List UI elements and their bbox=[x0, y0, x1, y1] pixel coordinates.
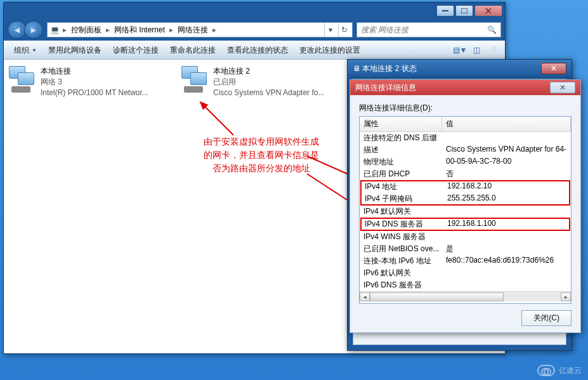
breadcrumb-2[interactable]: 网络和 Internet bbox=[113, 25, 166, 36]
property-value: 255.255.255.0 bbox=[443, 193, 570, 205]
scroll-right[interactable]: ▸ bbox=[561, 292, 571, 301]
help-icon[interactable]: ❔ bbox=[486, 43, 500, 57]
watermark-text: 亿速云 bbox=[559, 365, 582, 376]
status-dialog-title-bar[interactable]: 🖥 本地连接 2 状态 ✕ bbox=[348, 60, 572, 77]
connection-item-2[interactable]: 本地连接 2 已启用 Cisco Systems VPN Adapter fo.… bbox=[181, 66, 339, 98]
property-value: 00-05-9A-3C-78-00 bbox=[442, 156, 571, 168]
breadcrumb-1[interactable]: 控制面板 bbox=[70, 25, 103, 36]
breadcrumb-separator: ▸ bbox=[62, 25, 67, 34]
detail-dialog-title: 网络连接详细信息 bbox=[355, 82, 416, 93]
property-value bbox=[442, 279, 571, 291]
column-property[interactable]: 属性 bbox=[360, 117, 442, 131]
address-bar[interactable]: 💻 ▸ 控制面板 ▸ 网络和 Internet ▸ 网络连接 ▸ ▾ ↻ bbox=[47, 22, 353, 37]
organize-menu[interactable]: 组织▼ bbox=[9, 43, 42, 58]
property-value: 否 bbox=[442, 168, 571, 180]
property-row[interactable]: 已启用 NetBIOS ove...是 bbox=[360, 243, 571, 255]
nav-group: ◄ ► bbox=[8, 21, 43, 39]
property-row[interactable]: 连接特定的 DNS 后缀 bbox=[360, 132, 571, 144]
property-value: 192.168.1.100 bbox=[443, 218, 570, 230]
breadcrumb-3[interactable]: 网络连接 bbox=[176, 25, 209, 36]
property-name: IPv4 地址 bbox=[361, 181, 443, 193]
view-icon[interactable]: ▤▼ bbox=[453, 43, 467, 57]
address-row: ◄ ► 💻 ▸ 控制面板 ▸ 网络和 Internet ▸ 网络连接 ▸ ▾ ↻… bbox=[4, 19, 505, 41]
scroll-left[interactable]: ◂ bbox=[360, 292, 370, 301]
status-dialog-title: 本地连接 2 状态 bbox=[362, 63, 416, 74]
refresh-button[interactable]: ↻ bbox=[338, 23, 350, 37]
change-settings-button[interactable]: 更改此连接的设置 bbox=[294, 43, 365, 58]
connection-name: 本地连接 2 bbox=[213, 66, 324, 77]
diagnose-button[interactable]: 诊断这个连接 bbox=[108, 43, 164, 58]
property-row[interactable]: IPv4 默认网关 bbox=[360, 206, 571, 218]
horizontal-scrollbar[interactable]: ◂ ▸ bbox=[360, 291, 571, 301]
property-name: 已启用 DHCP bbox=[360, 168, 442, 180]
rename-button[interactable]: 重命名此连接 bbox=[165, 43, 221, 58]
property-value bbox=[442, 206, 571, 218]
detail-dialog-title-bar[interactable]: 网络连接详细信息 ✕ bbox=[350, 80, 580, 95]
connection-status: 已启用 bbox=[213, 77, 324, 88]
property-value: 是 bbox=[442, 243, 571, 255]
column-value[interactable]: 值 bbox=[442, 117, 571, 131]
view-status-button[interactable]: 查看此连接的状态 bbox=[222, 43, 293, 58]
property-row[interactable]: IPv4 DNS 服务器192.168.1.100 bbox=[361, 218, 570, 230]
svg-rect-1 bbox=[461, 8, 467, 13]
connection-item-1[interactable]: 本地连接 网络 3 Intel(R) PRO/1000 MT Networ... bbox=[9, 66, 166, 98]
property-name: 物理地址 bbox=[360, 156, 442, 168]
property-name: IPv4 WINS 服务器 bbox=[360, 231, 442, 243]
property-name: 连接-本地 IPv6 地址 bbox=[360, 255, 442, 267]
detail-dialog-body: 网络连接详细信息(D): 属性 值 连接特定的 DNS 后缀描述Cisco Sy… bbox=[350, 95, 580, 332]
property-name: IPv4 DNS 服务器 bbox=[361, 218, 443, 230]
property-row[interactable]: 描述Cisco Systems VPN Adapter for 64- bbox=[360, 144, 571, 156]
property-row[interactable]: IPv4 子网掩码255.255.255.0 bbox=[361, 193, 570, 205]
property-name: IPv4 默认网关 bbox=[360, 206, 442, 218]
search-icon: 🔍 bbox=[487, 25, 497, 34]
watermark-icon bbox=[537, 365, 555, 376]
connection-device: Cisco Systems VPN Adapter fo... bbox=[213, 88, 324, 98]
property-header: 属性 值 bbox=[360, 117, 571, 132]
close-button[interactable] bbox=[474, 5, 502, 16]
adapter-icon bbox=[181, 66, 207, 91]
property-value bbox=[442, 231, 571, 243]
connection-device: Intel(R) PRO/1000 MT Networ... bbox=[41, 88, 148, 98]
property-row[interactable]: IPv4 地址192.168.2.10 bbox=[361, 181, 570, 193]
close-button-detail[interactable]: 关闭(C) bbox=[521, 310, 572, 326]
address-dropdown[interactable]: ▾ bbox=[324, 23, 336, 37]
forward-button[interactable]: ► bbox=[24, 21, 43, 39]
minimize-button[interactable] bbox=[436, 5, 454, 16]
detail-dialog-close[interactable]: ✕ bbox=[550, 82, 575, 93]
toolbar: 组织▼ 禁用此网络设备 诊断这个连接 重命名此连接 查看此连接的状态 更改此连接… bbox=[4, 41, 505, 60]
property-row[interactable]: 已启用 DHCP否 bbox=[360, 168, 571, 180]
search-placeholder: 搜索 网络连接 bbox=[361, 25, 408, 36]
title-bar bbox=[4, 3, 505, 19]
search-box[interactable]: 搜索 网络连接 🔍 bbox=[356, 22, 501, 37]
adapter-icon bbox=[9, 66, 34, 91]
property-row[interactable]: IPv4 WINS 服务器 bbox=[360, 231, 571, 243]
monitor-icon: 🖥 bbox=[353, 64, 360, 73]
property-value: fe80::70ac:e4a6:d619:73d6%26 bbox=[442, 255, 571, 267]
property-name: 连接特定的 DNS 后缀 bbox=[360, 132, 442, 144]
scroll-thumb[interactable] bbox=[370, 292, 504, 301]
property-name: IPv6 DNS 服务器 bbox=[360, 279, 442, 291]
details-field-label: 网络连接详细信息(D): bbox=[359, 103, 572, 114]
property-row[interactable]: 连接-本地 IPv6 地址fe80::70ac:e4a6:d619:73d6%2… bbox=[360, 255, 571, 267]
connection-status: 网络 3 bbox=[41, 77, 148, 88]
property-row[interactable]: IPv6 默认网关 bbox=[360, 267, 571, 279]
property-value bbox=[442, 267, 571, 279]
property-list[interactable]: 属性 值 连接特定的 DNS 后缀描述Cisco Systems VPN Ada… bbox=[359, 116, 572, 304]
connection-name: 本地连接 bbox=[41, 66, 148, 77]
property-name: 已启用 NetBIOS ove... bbox=[360, 243, 442, 255]
svg-rect-0 bbox=[442, 10, 448, 11]
property-name: IPv4 子网掩码 bbox=[361, 193, 443, 205]
status-dialog-close[interactable]: ✕ bbox=[541, 63, 566, 74]
maximize-button[interactable] bbox=[455, 5, 473, 16]
property-row[interactable]: IPv6 DNS 服务器 bbox=[360, 279, 571, 291]
property-value: Cisco Systems VPN Adapter for 64- bbox=[442, 144, 571, 156]
disable-device-button[interactable]: 禁用此网络设备 bbox=[43, 43, 107, 58]
property-value: 192.168.2.10 bbox=[443, 181, 570, 193]
preview-pane-icon[interactable]: ◫ bbox=[469, 43, 483, 57]
property-name: IPv6 默认网关 bbox=[360, 267, 442, 279]
property-row[interactable]: 物理地址00-05-9A-3C-78-00 bbox=[360, 156, 571, 168]
watermark: 亿速云 bbox=[537, 365, 582, 376]
network-icon: 💻 bbox=[50, 25, 60, 34]
property-value bbox=[442, 132, 571, 144]
detail-dialog: 网络连接详细信息 ✕ 网络连接详细信息(D): 属性 值 连接特定的 DNS 后… bbox=[350, 79, 581, 333]
